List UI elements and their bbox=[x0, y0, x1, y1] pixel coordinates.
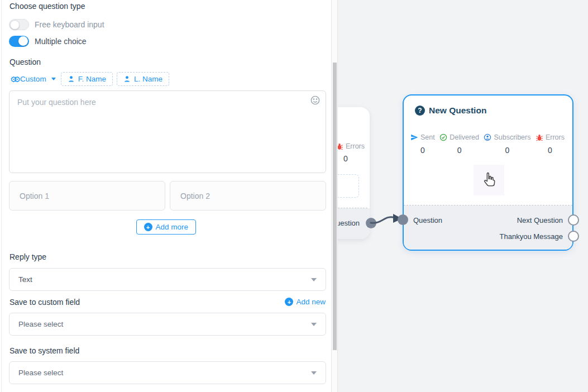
output-thankyou-socket[interactable] bbox=[568, 231, 579, 242]
chevron-down-icon bbox=[311, 371, 317, 375]
save-system-field-label: Save to system field bbox=[9, 346, 79, 355]
multiple-choice-toggle[interactable] bbox=[9, 36, 29, 47]
panel-scrollbar[interactable] bbox=[332, 0, 338, 392]
stat-subscribers: Subscribers 0 bbox=[484, 133, 530, 155]
add-new-custom-field-link[interactable]: Add new bbox=[285, 298, 326, 306]
reply-type-select[interactable]: Text bbox=[9, 268, 326, 291]
first-name-token-button[interactable]: F. Name bbox=[61, 72, 113, 86]
last-name-token-button[interactable]: L. Name bbox=[117, 72, 169, 86]
question-textarea-wrap bbox=[9, 90, 326, 173]
node-title: New Question bbox=[429, 106, 486, 116]
person-icon bbox=[123, 75, 131, 83]
node-stats: Sent 0 Delivered 0 bbox=[410, 133, 565, 155]
gears-icon: ⚙⚙ bbox=[10, 75, 17, 83]
options-row bbox=[9, 181, 326, 211]
output-socket[interactable] bbox=[366, 218, 376, 228]
question-type-heading: Choose question type bbox=[9, 2, 85, 11]
free-keyboard-label: Free keyboard input bbox=[35, 20, 104, 29]
check-circle-icon bbox=[439, 133, 447, 141]
send-icon bbox=[410, 133, 418, 141]
add-more-button[interactable]: Add more bbox=[136, 219, 197, 235]
node-footer bbox=[404, 205, 572, 250]
plus-circle-icon bbox=[285, 298, 293, 306]
output-thankyou-label: Thankyou Message bbox=[500, 232, 563, 241]
stat-label: Errors bbox=[346, 142, 365, 150]
stat-delivered: Delivered 0 bbox=[439, 133, 479, 155]
question-label: Question bbox=[9, 58, 41, 66]
free-keyboard-toggle[interactable] bbox=[9, 19, 29, 30]
input-socket-label: Question bbox=[413, 216, 442, 224]
node-header: New Question bbox=[415, 106, 486, 116]
system-field-select[interactable]: Please select bbox=[9, 361, 326, 384]
plus-circle-icon bbox=[144, 223, 152, 231]
stat-sent: Sent 0 bbox=[410, 133, 435, 155]
new-question-node[interactable]: New Question Sent 0 bbox=[403, 94, 573, 251]
custom-fields-dropdown-button[interactable]: ⚙⚙ Custom bbox=[9, 73, 57, 85]
stat-errors: Errors 0 bbox=[336, 142, 365, 163]
output-next-question-socket[interactable] bbox=[568, 214, 579, 226]
option-1-input[interactable] bbox=[9, 181, 165, 211]
output-socket-label: uestion bbox=[336, 219, 360, 227]
merge-field-toolbar: ⚙⚙ Custom F. Name L. Name bbox=[9, 72, 169, 86]
question-settings-panel: Choose question type Free keyboard input… bbox=[0, 0, 332, 392]
bug-icon bbox=[536, 133, 543, 141]
scrollbar-thumb[interactable] bbox=[333, 63, 337, 350]
free-keyboard-toggle-row: Free keyboard input bbox=[9, 19, 104, 30]
chevron-down-icon bbox=[311, 323, 317, 326]
person-circle-icon bbox=[484, 133, 491, 141]
reply-type-label: Reply type bbox=[9, 252, 46, 261]
hover-highlight bbox=[474, 165, 504, 195]
multiple-choice-toggle-row: Multiple choice bbox=[9, 36, 87, 47]
output-next-question-label: Next Question bbox=[517, 216, 563, 224]
question-mark-icon bbox=[415, 106, 425, 116]
multiple-choice-label: Multiple choice bbox=[35, 37, 87, 46]
question-textarea[interactable] bbox=[9, 91, 326, 173]
input-socket[interactable] bbox=[398, 214, 408, 225]
chevron-down-icon bbox=[51, 78, 56, 80]
hand-cursor-icon bbox=[480, 171, 499, 190]
chevron-down-icon bbox=[311, 278, 317, 281]
stat-errors: Errors 0 bbox=[536, 133, 565, 155]
person-icon bbox=[68, 75, 75, 83]
app-root: Errors 0 uestion New Question bbox=[0, 0, 588, 392]
emoji-picker-icon[interactable] bbox=[310, 95, 321, 106]
custom-field-select[interactable]: Please select bbox=[9, 313, 326, 336]
save-custom-field-label: Save to custom field bbox=[9, 298, 80, 307]
panel-edge bbox=[1, 0, 2, 392]
option-2-input[interactable] bbox=[170, 181, 326, 211]
